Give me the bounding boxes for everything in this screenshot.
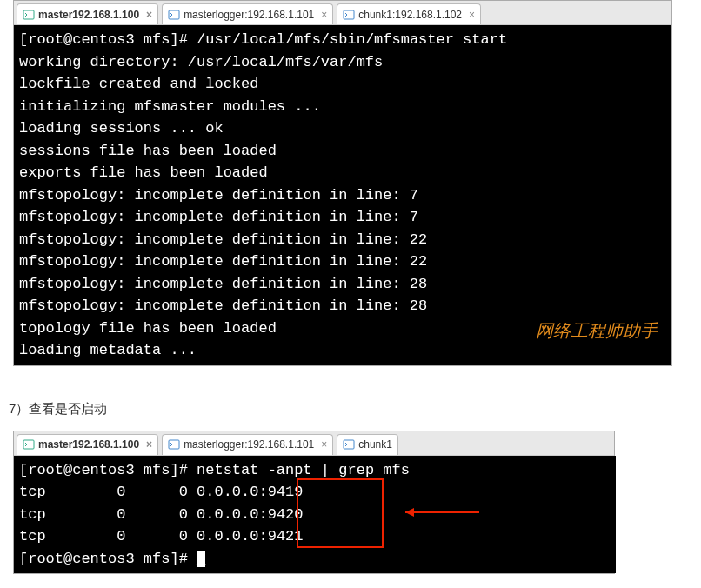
- tab-chunk1[interactable]: chunk1: [337, 434, 398, 455]
- tab-label: master192.168.1.100: [38, 9, 139, 21]
- netstat-row: tcp 0 0 0.0.0.0:9421: [19, 528, 304, 545]
- output-line: lockfile created and locked: [19, 76, 258, 92]
- output-line: mfstopology: incomplete definition in li…: [19, 231, 427, 248]
- terminal-icon: [23, 9, 35, 21]
- tab-label: master192.168.1.100: [38, 438, 139, 451]
- svg-rect-5: [344, 440, 354, 449]
- svg-rect-3: [23, 440, 34, 449]
- terminal-output-1[interactable]: [root@centos3 mfs]# /usr/local/mfs/sbin/…: [14, 25, 671, 365]
- output-line: working directory: /usr/local/mfs/var/mf…: [19, 54, 383, 70]
- terminal-icon: [343, 9, 355, 21]
- terminal-output-2[interactable]: [root@centos3 mfs]# netstat -anpt | grep…: [14, 456, 616, 574]
- output-line: mfstopology: incomplete definition in li…: [19, 253, 427, 270]
- output-line: mfstopology: incomplete definition in li…: [19, 187, 418, 204]
- section-label: 7）查看是否启动: [9, 401, 701, 418]
- prompt: [root@centos3 mfs]#: [19, 462, 197, 478]
- tab-bar-2: master192.168.1.100 × masterlogger:192.1…: [14, 431, 614, 456]
- output-line: loading sessions ... ok: [19, 120, 224, 137]
- tab-masterlogger[interactable]: masterlogger:192.168.1.101 ×: [162, 3, 333, 24]
- netstat-row: tcp 0 0 0.0.0.0:9419: [19, 484, 304, 500]
- svg-rect-1: [169, 10, 179, 19]
- close-icon[interactable]: ×: [317, 9, 327, 21]
- tab-masterlogger[interactable]: masterlogger:192.168.1.101 ×: [162, 434, 333, 455]
- tab-label: chunk1: [358, 438, 392, 451]
- terminal-icon: [168, 438, 180, 451]
- netstat-row: tcp 0 0 0.0.0.0:9420: [19, 506, 304, 523]
- svg-rect-4: [169, 440, 179, 449]
- tab-master[interactable]: master192.168.1.100 ×: [17, 3, 158, 24]
- output-line: mfstopology: incomplete definition in li…: [19, 276, 427, 292]
- output-line: loading metadata ...: [19, 342, 197, 358]
- close-icon[interactable]: ×: [143, 9, 152, 21]
- tab-label: masterlogger:192.168.1.101: [184, 438, 314, 451]
- terminal-window-1: master192.168.1.100 × masterlogger:192.1…: [13, 0, 672, 366]
- terminal-icon: [23, 438, 35, 451]
- terminal-icon: [343, 438, 355, 451]
- prompt: [root@centos3 mfs]#: [19, 31, 197, 48]
- terminal2-wrapper: [root@centos3 mfs]# netstat -anpt | grep…: [14, 456, 616, 574]
- command: /usr/local/mfs/sbin/mfsmaster start: [197, 31, 507, 48]
- output-line: exports file has been loaded: [19, 164, 268, 181]
- output-line: mfstopology: incomplete definition in li…: [19, 297, 427, 314]
- output-line: topology file has been loaded: [19, 320, 277, 337]
- prompt: [root@centos3 mfs]#: [19, 551, 197, 567]
- output-line: mfstopology: incomplete definition in li…: [19, 209, 418, 225]
- command: netstat -anpt | grep mfs: [197, 462, 410, 478]
- close-icon[interactable]: ×: [143, 438, 152, 451]
- terminal-icon: [168, 9, 180, 21]
- svg-rect-0: [23, 10, 34, 19]
- close-icon[interactable]: ×: [317, 438, 327, 451]
- tab-label: masterlogger:192.168.1.101: [184, 9, 314, 21]
- watermark-text: 网络工程师助手: [536, 317, 658, 344]
- tab-bar-1: master192.168.1.100 × masterlogger:192.1…: [14, 1, 671, 25]
- close-icon[interactable]: ×: [465, 9, 475, 21]
- svg-rect-2: [344, 10, 354, 19]
- tab-master[interactable]: master192.168.1.100 ×: [17, 434, 158, 455]
- tab-chunk1[interactable]: chunk1:192.168.1.102 ×: [337, 3, 481, 24]
- output-line: sessions file has been loaded: [19, 143, 277, 159]
- tab-label: chunk1:192.168.1.102: [358, 9, 462, 21]
- output-line: initializing mfsmaster modules ...: [19, 98, 321, 115]
- terminal-window-2: master192.168.1.100 × masterlogger:192.1…: [13, 431, 615, 575]
